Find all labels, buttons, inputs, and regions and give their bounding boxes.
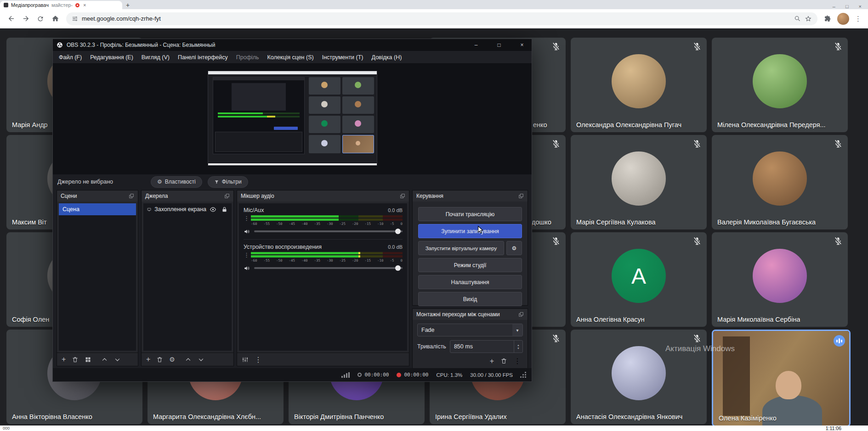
volume-slider[interactable] [254,230,403,232]
move-scene-up-icon[interactable] [101,356,108,363]
stop-recording-button[interactable]: Зупинити записування [418,224,522,238]
scene-item[interactable]: Сцена [59,203,136,215]
filters-button[interactable]: Фільтри [208,176,248,188]
participant-name: Максим Віт [12,218,47,226]
scene-filters-grid-icon[interactable] [85,356,91,363]
obs-window: OBS 30.2.3 - Профіль: Безымянный - Сцена… [52,39,532,382]
obs-maximize-icon[interactable]: □ [489,39,509,51]
obs-menu-item[interactable]: Файл (F) [55,53,86,62]
fps-counter: 30.00 / 30.00 FPS [470,372,513,378]
obs-menu-item[interactable]: Панелі інтерфейсу [174,53,232,62]
obs-menu-item[interactable]: Довідка (H) [368,53,406,62]
channel-menu-icon[interactable]: ⋮ [244,252,248,263]
speaker-icon[interactable] [244,228,250,235]
spin-down-icon[interactable]: ▼ [517,347,520,350]
volume-slider-handle[interactable] [395,265,401,271]
reload-button[interactable] [34,12,47,25]
stream-time: 00:00:00 [364,372,389,378]
tab-close-icon[interactable]: × [83,2,86,8]
source-properties-gear-icon[interactable]: ⚙ [169,356,175,363]
popout-dock-icon[interactable] [400,193,405,199]
audio-level-meter [251,255,403,257]
participant-name: Ірина Сергіївна Удалих [435,413,507,420]
minimize-icon[interactable]: – [833,4,835,9]
volume-slider[interactable] [254,267,403,269]
add-source-button[interactable]: + [146,356,150,363]
obs-menu-item[interactable]: Колекція сцен (S) [263,53,318,62]
obs-titlebar[interactable]: OBS 30.2.3 - Профіль: Безымянный - Сцена… [53,39,532,51]
obs-preview-area[interactable] [53,64,532,174]
virtual-camera-settings-button[interactable]: ⚙ [506,241,522,255]
participant-tile[interactable]: Марія Миколаївна Сербіна [712,232,848,327]
exit-button[interactable]: Вихід [418,292,522,306]
obs-menu-item[interactable]: Вигляд (V) [137,53,174,62]
participant-tile[interactable]: Валерія Миколаївна Бугаєвська [712,135,848,229]
obs-menu-item[interactable]: Профіль [232,53,263,62]
add-transition-button[interactable]: + [490,358,494,365]
visibility-eye-icon[interactable] [210,206,216,213]
obs-minimize-icon[interactable]: – [466,39,486,51]
speaker-icon[interactable] [244,265,250,272]
meter-tick-label: -20 [352,222,358,226]
popout-dock-icon[interactable] [129,193,134,199]
participant-tile[interactable]: ААнна Олегівна Красун [571,232,707,327]
participant-tile[interactable]: Олександра Олександрівна Пугач [571,38,707,132]
new-tab-button[interactable]: + [126,1,130,9]
add-scene-button[interactable]: + [62,356,66,363]
channel-name: Mic/Aux [244,207,264,213]
start-streaming-button[interactable]: Почати трансляцію [418,207,522,221]
transitions-panel-title: Монтажні переходи між сценами [416,311,500,318]
mic-off-icon [692,42,702,51]
transition-select[interactable]: Fade ▾ [417,324,523,336]
extensions-puzzle-icon[interactable] [824,15,832,22]
forward-button[interactable] [19,12,32,25]
recording-dot-icon [397,373,401,377]
move-source-up-icon[interactable] [185,356,192,363]
start-virtual-camera-button[interactable]: Запустити віртуальну камеру [418,241,504,255]
site-settings-icon[interactable] [72,16,78,22]
maximize-icon[interactable]: □ [845,4,849,9]
home-button[interactable] [49,12,62,25]
move-source-down-icon[interactable] [198,356,204,363]
transition-menu-icon[interactable]: ⋮ [514,357,521,365]
bookmark-star-icon[interactable] [805,15,812,22]
popout-dock-icon[interactable] [518,312,524,317]
participant-tile[interactable]: Анастасія Олександрівна Янкович [571,330,707,424]
channel-menu-icon[interactable]: ⋮ [244,215,248,226]
popout-dock-icon[interactable] [224,193,230,199]
zoom-icon[interactable] [794,15,801,22]
remove-scene-trash-icon[interactable] [72,356,79,363]
mixer-channel-mic: Mic/Aux0.0 dB ⋮ -60-55-50-45-40-35-30-25… [244,206,403,236]
profile-avatar[interactable] [837,13,849,25]
duration-spinner[interactable]: 850 ms ▲▼ [450,340,523,353]
source-item[interactable]: Захоплення екрана [143,203,232,215]
browser-tab[interactable]: Медіапрогравач майстер- × [0,1,122,9]
popout-dock-icon[interactable] [518,193,524,199]
studio-mode-button[interactable]: Режим студії [418,258,522,272]
settings-button[interactable]: Налаштування [418,275,522,289]
resize-grip[interactable] [521,372,526,378]
browser-menu-icon[interactable]: ⋮ [855,15,862,23]
mixer-settings-icon[interactable] [242,356,249,363]
obs-menu-item[interactable]: Інструменти (Т) [318,53,368,62]
properties-button[interactable]: ⚙ Властивості [151,176,202,188]
address-bar[interactable]: meet.google.com/cqh-zrhe-fyt [66,12,817,25]
spin-up-icon[interactable]: ▲ [517,344,520,347]
preview-canvas[interactable] [208,71,377,165]
taskbar-strip[interactable]: 000 1:11:06 [0,425,868,431]
remove-source-trash-icon[interactable] [156,356,163,363]
participant-name: дошко [532,218,551,226]
volume-slider-handle[interactable] [395,229,401,234]
obs-close-icon[interactable]: × [512,39,532,51]
lock-icon[interactable] [221,206,228,213]
participant-tile[interactable]: Марія Сергіївна Кулакова [571,135,707,229]
mixer-menu-icon[interactable]: ⋮ [255,355,262,364]
move-scene-down-icon[interactable] [114,356,121,363]
participant-name: Анна Олегівна Красун [576,316,645,323]
participant-tile[interactable]: Мілена Олександрівна Передеря... [712,38,848,132]
tab-title: Медіапрогравач [11,2,49,8]
obs-menu-item[interactable]: Редагування (E) [86,53,137,62]
remove-transition-trash-icon[interactable] [500,358,507,364]
back-button[interactable] [5,12,17,25]
close-icon[interactable]: × [859,4,862,9]
